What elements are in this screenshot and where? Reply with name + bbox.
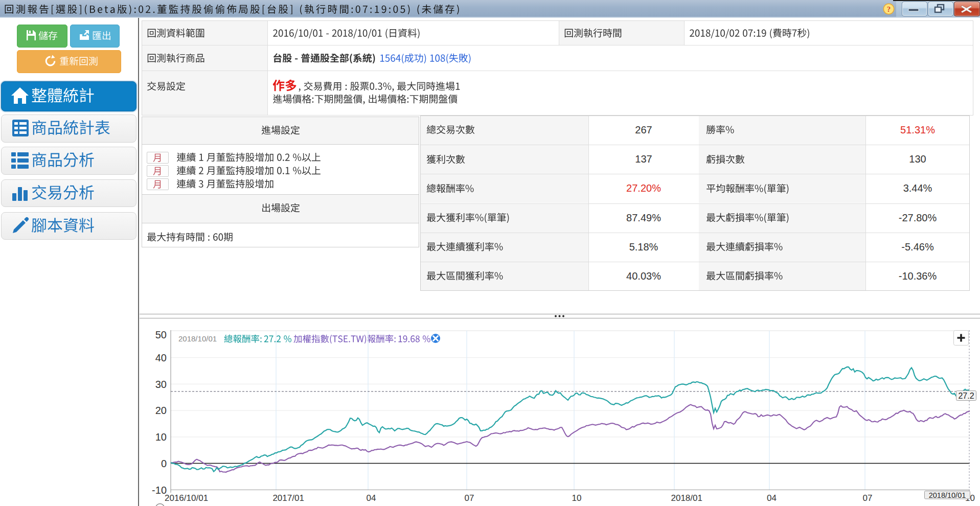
svg-text:10: 10 <box>572 493 582 503</box>
svg-text:2018/01: 2018/01 <box>671 493 702 503</box>
svg-text:07: 07 <box>465 493 474 503</box>
svg-text:2017/01: 2017/01 <box>272 493 304 503</box>
svg-text:20: 20 <box>155 405 167 416</box>
svg-text:50: 50 <box>155 329 167 340</box>
svg-text:07: 07 <box>863 493 873 503</box>
svg-text:30: 30 <box>155 379 167 390</box>
svg-text:2018/10/01: 2018/10/01 <box>929 491 966 499</box>
svg-text:04: 04 <box>767 493 777 503</box>
svg-text:0: 0 <box>161 458 167 469</box>
svg-text:27.2: 27.2 <box>958 392 974 400</box>
svg-text:2016/10/01: 2016/10/01 <box>165 493 208 503</box>
svg-text:2018/10/01: 2018/10/01 <box>178 334 217 343</box>
svg-text:10: 10 <box>155 431 167 443</box>
svg-text:40: 40 <box>155 352 167 363</box>
svg-text:04: 04 <box>367 493 376 503</box>
svg-text:?: ? <box>887 5 891 13</box>
